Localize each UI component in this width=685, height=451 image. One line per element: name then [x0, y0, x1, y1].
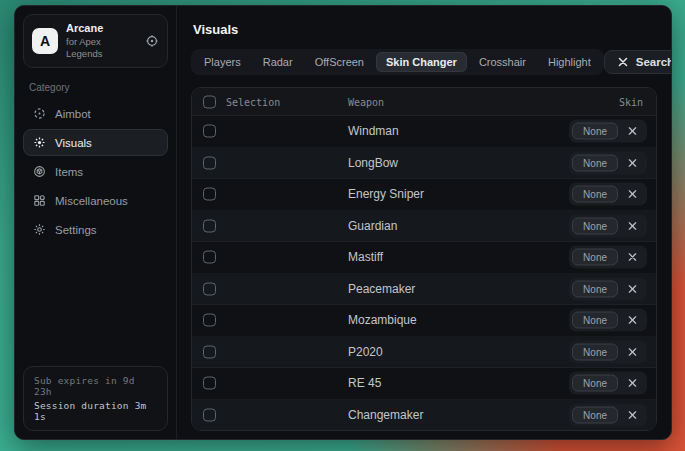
weapon-name: P2020: [348, 345, 383, 359]
clear-skin-icon[interactable]: [628, 379, 637, 388]
skin-value-chip[interactable]: None: [572, 249, 618, 266]
tab-bar: Players Radar OffScreen Skin Changer Cro…: [191, 49, 604, 75]
sidebar-item-label: Aimbot: [55, 108, 91, 120]
column-header-selection: Selection: [226, 96, 280, 107]
skin-cell: None: [569, 214, 647, 237]
table-row: Windman None: [192, 116, 656, 148]
clear-skin-icon[interactable]: [628, 158, 637, 167]
skin-cell: None: [569, 151, 647, 174]
table-row: Guardian None: [192, 211, 656, 243]
toolbar: Players Radar OffScreen Skin Changer Cro…: [191, 49, 657, 75]
sidebar-item-label: Miscellaneous: [55, 195, 128, 207]
misc-grid-icon: [33, 194, 46, 207]
table-row: Peacemaker None: [192, 274, 656, 306]
weapon-name: Energy Sniper: [348, 187, 424, 201]
sub-expiry-text: Sub expires in 9d 23h: [34, 375, 157, 397]
skin-cell: None: [569, 277, 647, 300]
app-name: Arcane: [66, 22, 137, 36]
row-checkbox[interactable]: [203, 219, 216, 232]
clear-skin-icon[interactable]: [628, 410, 637, 419]
skin-table: Selection Weapon Skin Windman None LongB…: [191, 87, 657, 431]
skin-value-chip[interactable]: None: [572, 217, 618, 234]
skin-value-chip[interactable]: None: [572, 375, 618, 392]
clear-skin-icon[interactable]: [628, 284, 637, 293]
search-button-icon: [618, 57, 628, 67]
column-header-skin: Skin: [619, 96, 643, 107]
clear-skin-icon[interactable]: [628, 221, 637, 230]
skin-cell: None: [569, 183, 647, 206]
clear-skin-icon[interactable]: [628, 316, 637, 325]
sidebar-item-visuals[interactable]: Visuals: [23, 129, 168, 156]
clear-skin-icon[interactable]: [628, 253, 637, 262]
row-checkbox[interactable]: [203, 156, 216, 169]
session-info-card: Sub expires in 9d 23h Session duration 3…: [23, 366, 168, 431]
search-button[interactable]: Search: [604, 50, 672, 74]
table-row: Mozambique None: [192, 305, 656, 337]
skin-cell: None: [569, 120, 647, 143]
sidebar-item-label: Items: [55, 166, 83, 178]
gear-icon: [33, 223, 46, 236]
skin-value-chip[interactable]: None: [572, 154, 618, 171]
table-row: P2020 None: [192, 337, 656, 369]
table-row: Energy Sniper None: [192, 179, 656, 211]
weapon-name: Windman: [348, 124, 399, 138]
skin-value-chip[interactable]: None: [572, 123, 618, 140]
clear-skin-icon[interactable]: [628, 347, 637, 356]
skin-cell: None: [569, 246, 647, 269]
items-cube-icon: [33, 165, 46, 178]
sidebar-item-label: Visuals: [55, 137, 92, 149]
app-header-card: A Arcane for Apex Legends: [23, 14, 168, 68]
app-header-text: Arcane for Apex Legends: [66, 22, 137, 60]
tab-crosshair[interactable]: Crosshair: [469, 52, 536, 72]
app-logo: A: [32, 28, 58, 54]
sidebar-item-miscellaneous[interactable]: Miscellaneous: [23, 187, 168, 214]
weapon-name: Mozambique: [348, 313, 417, 327]
page-title: Visuals: [193, 22, 655, 37]
weapon-name: Guardian: [348, 219, 397, 233]
main-panel: Visuals Players Radar OffScreen Skin Cha…: [177, 6, 671, 439]
skin-cell: None: [569, 403, 647, 426]
row-checkbox[interactable]: [203, 314, 216, 327]
skin-value-chip[interactable]: None: [572, 406, 618, 423]
tab-radar[interactable]: Radar: [253, 52, 303, 72]
session-duration-text: Session duration 3m 1s: [34, 400, 157, 422]
row-checkbox[interactable]: [203, 188, 216, 201]
table-body: Windman None LongBow None Energy Sniper: [192, 116, 656, 430]
sidebar-item-label: Settings: [55, 224, 97, 236]
weapon-name: RE 45: [348, 376, 381, 390]
sidebar-item-items[interactable]: Items: [23, 158, 168, 185]
clear-skin-icon[interactable]: [628, 127, 637, 136]
row-checkbox[interactable]: [203, 377, 216, 390]
row-checkbox[interactable]: [203, 251, 216, 264]
row-checkbox[interactable]: [203, 125, 216, 138]
table-header: Selection Weapon Skin: [192, 88, 656, 116]
weapon-name: Changemaker: [348, 408, 423, 422]
skin-cell: None: [569, 372, 647, 395]
app-subtitle: for Apex Legends: [66, 36, 137, 61]
weapon-name: Mastiff: [348, 250, 383, 264]
target-icon[interactable]: [145, 34, 159, 48]
table-row: Mastiff None: [192, 242, 656, 274]
skin-value-chip[interactable]: None: [572, 186, 618, 203]
sidebar-item-aimbot[interactable]: Aimbot: [23, 100, 168, 127]
row-checkbox[interactable]: [203, 345, 216, 358]
skin-cell: None: [569, 340, 647, 363]
table-row: Changemaker None: [192, 400, 656, 431]
skin-cell: None: [569, 309, 647, 332]
tab-players[interactable]: Players: [194, 52, 251, 72]
skin-value-chip[interactable]: None: [572, 280, 618, 297]
skin-value-chip[interactable]: None: [572, 343, 618, 360]
app-window: A Arcane for Apex Legends Category: [14, 5, 672, 440]
table-row: RE 45 None: [192, 368, 656, 400]
tab-offscreen[interactable]: OffScreen: [305, 52, 374, 72]
sidebar-item-settings[interactable]: Settings: [23, 216, 168, 243]
weapon-name: Peacemaker: [348, 282, 415, 296]
select-all-checkbox[interactable]: [203, 95, 216, 108]
search-button-label: Search: [636, 56, 672, 68]
skin-value-chip[interactable]: None: [572, 312, 618, 329]
row-checkbox[interactable]: [203, 282, 216, 295]
tab-skin-changer[interactable]: Skin Changer: [376, 52, 467, 72]
row-checkbox[interactable]: [203, 408, 216, 421]
tab-highlight[interactable]: Highlight: [538, 52, 601, 72]
clear-skin-icon[interactable]: [628, 190, 637, 199]
